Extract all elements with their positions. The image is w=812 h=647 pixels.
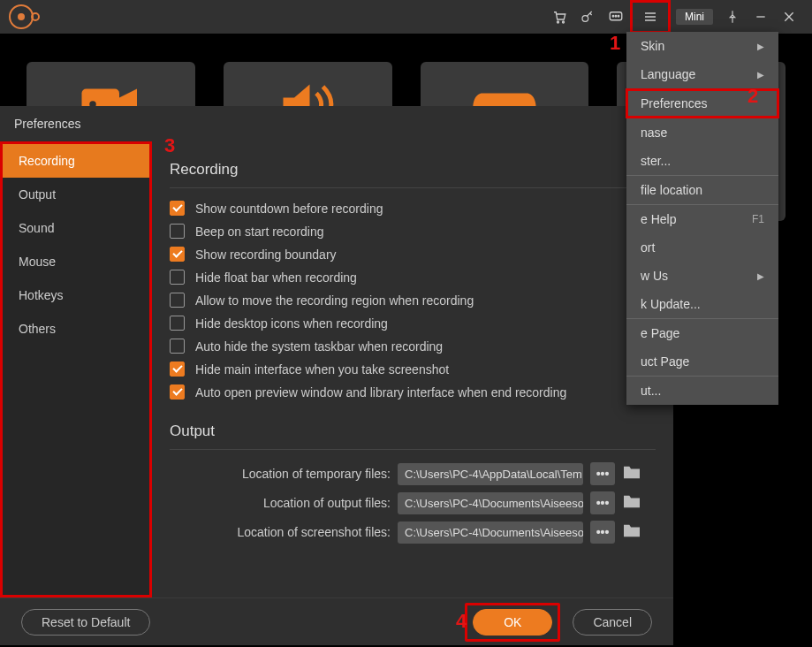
sidebar-item-hotkeys[interactable]: Hotkeys [3,278,149,312]
svg-point-6 [618,16,619,18]
open-folder-button[interactable] [622,522,645,542]
key-icon[interactable] [575,4,600,29]
sidebar-item-sound[interactable]: Sound [3,211,149,245]
checkbox-label: Beep on start recording [195,225,324,239]
feedback-icon[interactable] [603,4,628,29]
checkbox-auto-preview[interactable] [170,384,185,400]
step-number-2: 2 [747,85,758,108]
sidebar-item-others[interactable]: Others [3,312,149,346]
ok-highlight: OK [465,603,560,642]
output-label-temp: Location of temporary files: [170,467,391,481]
svg-point-4 [612,16,614,18]
prefs-sidebar: Recording Output Sound Mouse Hotkeys Oth… [0,141,152,598]
checkbox-label: Show recording boundary [195,247,337,262]
menu-register[interactable]: ster... [626,147,778,175]
checkbox-label: Allow to move the recording region when … [195,293,474,308]
svg-point-5 [615,16,617,18]
titlebar: Mini [0,0,812,34]
app-logo-dot-icon [31,12,40,21]
step-number-4: 4 [456,610,467,633]
step-number-1: 1 [610,32,620,55]
minimize-button[interactable] [748,4,773,29]
checkbox-label: Show countdown before recording [195,202,383,216]
output-field-screenshot[interactable]: C:\Users\PC-4\Documents\Aiseeso [398,521,583,544]
step-number-3: 3 [164,134,175,157]
open-folder-button[interactable] [622,464,645,483]
dialog-title: Preferences [14,117,80,131]
menu-open-file-location[interactable]: file location [626,176,778,204]
shortcut-label: F1 [752,213,764,225]
pin-icon[interactable] [720,4,745,29]
hamburger-menu-button[interactable] [638,4,663,29]
cancel-button[interactable]: Cancel [573,609,652,636]
open-folder-button[interactable] [622,493,645,513]
menu-about[interactable]: ut... [626,377,778,405]
menu-product-page[interactable]: uct Page [626,347,778,376]
checkbox-countdown[interactable] [170,201,185,216]
mini-mode-button[interactable]: Mini [676,9,713,25]
checkbox-boundary[interactable] [170,247,185,262]
sidebar-item-recording[interactable]: Recording [3,144,149,178]
browse-button[interactable]: ••• [590,491,615,514]
close-button[interactable] [777,4,801,29]
section-heading-recording: Recording [170,161,656,188]
checkbox-hide-interface[interactable] [170,362,185,377]
checkbox-label: Hide float bar when recording [195,270,357,285]
preferences-dialog: Preferences Recording Output Sound Mouse… [0,106,673,645]
chevron-right-icon: ▶ [757,70,764,80]
checkbox-label: Auto open preview window and library int… [195,385,566,400]
menu-home-page[interactable]: e Page [626,319,778,347]
checkbox-label: Hide main interface when you take screen… [195,362,449,377]
output-field-temp[interactable]: C:\Users\PC-4\AppData\Local\Tem [398,463,583,485]
dialog-header: Preferences [0,106,673,141]
sidebar-item-mouse[interactable]: Mouse [3,245,149,278]
output-label-output: Location of output files: [170,496,391,510]
ok-button[interactable]: OK [473,609,552,636]
chevron-right-icon: ▶ [757,42,764,51]
menu-check-update[interactable]: k Update... [626,290,778,318]
checkbox-hide-taskbar[interactable] [170,339,185,354]
svg-point-1 [563,21,565,23]
checkbox-beep[interactable] [170,224,185,239]
reset-to-default-button[interactable]: Reset to Default [21,609,150,636]
checkbox-hide-icons[interactable] [170,316,185,331]
browse-button[interactable]: ••• [590,521,615,544]
output-field-output[interactable]: C:\Users\PC-4\Documents\Aiseeso [398,492,583,514]
checkbox-label: Hide desktop icons when recording [195,316,388,331]
hamburger-highlight [630,0,671,34]
svg-point-0 [558,21,559,23]
menu-purchase[interactable]: nase [626,118,778,147]
cart-icon[interactable] [547,4,572,29]
dialog-footer: Reset to Default OK Cancel [0,598,673,645]
checkbox-hide-float[interactable] [170,270,185,285]
menu-online-help[interactable]: e HelpF1 [626,205,778,233]
checkbox-label: Auto hide the system taskbar when record… [195,339,443,354]
menu-follow-us[interactable]: w Us▶ [626,262,778,290]
output-label-screenshot: Location of screenshot files: [170,525,391,539]
chevron-right-icon: ▶ [757,271,764,281]
app-logo-icon [9,4,34,29]
prefs-content: Recording Show countdown before recordin… [152,141,673,598]
menu-skin[interactable]: Skin▶ [626,32,778,60]
menu-support[interactable]: ort [626,233,778,262]
section-heading-output: Output [170,422,656,450]
browse-button[interactable]: ••• [590,462,615,485]
checkbox-move-region[interactable] [170,293,185,308]
sidebar-item-output[interactable]: Output [3,178,149,211]
